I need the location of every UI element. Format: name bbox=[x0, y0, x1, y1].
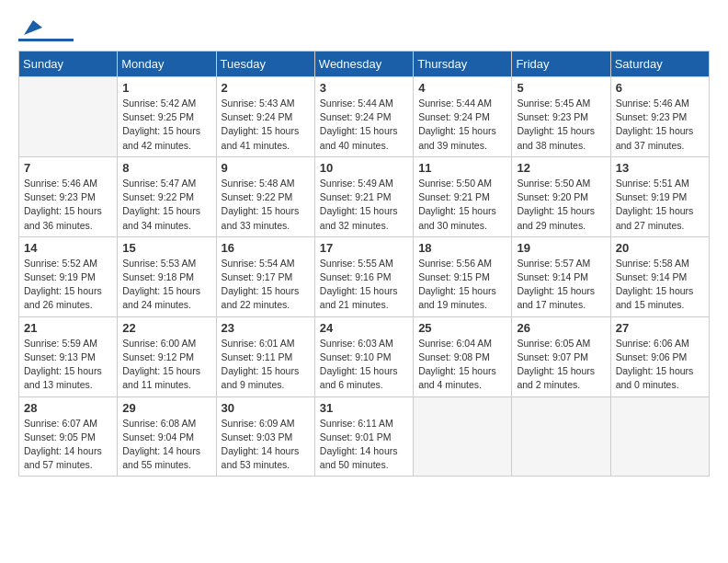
calendar-day-30: 30Sunrise: 6:09 AMSunset: 9:03 PMDayligh… bbox=[216, 396, 314, 477]
weekday-header-monday: Monday bbox=[118, 52, 216, 77]
calendar-day-5: 5Sunrise: 5:45 AMSunset: 9:23 PMDaylight… bbox=[512, 77, 610, 157]
calendar-day-9: 9Sunrise: 5:48 AMSunset: 9:22 PMDaylight… bbox=[216, 156, 314, 236]
day-number: 14 bbox=[24, 241, 112, 255]
day-number: 27 bbox=[616, 321, 704, 335]
day-number: 13 bbox=[616, 161, 704, 175]
weekday-header-wednesday: Wednesday bbox=[314, 52, 413, 77]
calendar-day-19: 19Sunrise: 5:57 AMSunset: 9:14 PMDayligh… bbox=[512, 236, 610, 316]
day-number: 17 bbox=[320, 241, 408, 255]
calendar-week-4: 21Sunrise: 5:59 AMSunset: 9:13 PMDayligh… bbox=[19, 316, 710, 396]
day-info: Sunrise: 5:50 AMSunset: 9:20 PMDaylight:… bbox=[517, 177, 605, 233]
day-number: 21 bbox=[24, 321, 112, 335]
calendar-day-31: 31Sunrise: 6:11 AMSunset: 9:01 PMDayligh… bbox=[314, 396, 413, 477]
day-info: Sunrise: 5:49 AMSunset: 9:21 PMDaylight:… bbox=[320, 177, 408, 233]
day-info: Sunrise: 6:03 AMSunset: 9:10 PMDaylight:… bbox=[320, 337, 408, 393]
day-number: 16 bbox=[222, 241, 310, 255]
calendar-day-15: 15Sunrise: 5:53 AMSunset: 9:18 PMDayligh… bbox=[118, 236, 216, 316]
calendar-day-16: 16Sunrise: 5:54 AMSunset: 9:17 PMDayligh… bbox=[216, 236, 314, 316]
day-number: 12 bbox=[517, 161, 605, 175]
day-info: Sunrise: 5:57 AMSunset: 9:14 PMDaylight:… bbox=[517, 257, 605, 313]
calendar-week-2: 7Sunrise: 5:46 AMSunset: 9:23 PMDaylight… bbox=[19, 156, 710, 236]
day-info: Sunrise: 5:50 AMSunset: 9:21 PMDaylight:… bbox=[418, 177, 506, 233]
calendar-day-6: 6Sunrise: 5:46 AMSunset: 9:23 PMDaylight… bbox=[610, 77, 709, 157]
day-number: 2 bbox=[222, 81, 310, 95]
calendar-day-4: 4Sunrise: 5:44 AMSunset: 9:24 PMDaylight… bbox=[414, 77, 512, 157]
day-info: Sunrise: 6:04 AMSunset: 9:08 PMDaylight:… bbox=[418, 337, 506, 393]
day-info: Sunrise: 5:54 AMSunset: 9:17 PMDaylight:… bbox=[222, 257, 310, 313]
svg-marker-0 bbox=[24, 20, 42, 35]
calendar-empty bbox=[610, 396, 709, 477]
calendar-day-7: 7Sunrise: 5:46 AMSunset: 9:23 PMDaylight… bbox=[19, 156, 118, 236]
calendar-day-21: 21Sunrise: 5:59 AMSunset: 9:13 PMDayligh… bbox=[19, 316, 118, 396]
weekday-header-thursday: Thursday bbox=[414, 52, 512, 77]
day-info: Sunrise: 6:06 AMSunset: 9:06 PMDaylight:… bbox=[616, 337, 704, 393]
calendar-day-12: 12Sunrise: 5:50 AMSunset: 9:20 PMDayligh… bbox=[512, 156, 610, 236]
day-number: 23 bbox=[222, 321, 310, 335]
day-number: 5 bbox=[517, 81, 605, 95]
calendar-day-22: 22Sunrise: 6:00 AMSunset: 9:12 PMDayligh… bbox=[118, 316, 216, 396]
day-info: Sunrise: 5:59 AMSunset: 9:13 PMDaylight:… bbox=[24, 337, 112, 393]
logo-underline bbox=[18, 39, 74, 41]
weekday-header-friday: Friday bbox=[512, 52, 610, 77]
page-header bbox=[18, 18, 710, 41]
weekday-header-sunday: Sunday bbox=[19, 52, 118, 77]
day-info: Sunrise: 6:05 AMSunset: 9:07 PMDaylight:… bbox=[517, 337, 605, 393]
calendar-day-28: 28Sunrise: 6:07 AMSunset: 9:05 PMDayligh… bbox=[19, 396, 118, 477]
day-info: Sunrise: 5:42 AMSunset: 9:25 PMDaylight:… bbox=[122, 97, 210, 153]
calendar-week-5: 28Sunrise: 6:07 AMSunset: 9:05 PMDayligh… bbox=[19, 396, 710, 477]
calendar-week-3: 14Sunrise: 5:52 AMSunset: 9:19 PMDayligh… bbox=[19, 236, 710, 316]
day-info: Sunrise: 6:08 AMSunset: 9:04 PMDaylight:… bbox=[122, 417, 210, 473]
calendar-header-row: SundayMondayTuesdayWednesdayThursdayFrid… bbox=[19, 52, 710, 77]
day-info: Sunrise: 5:48 AMSunset: 9:22 PMDaylight:… bbox=[222, 177, 310, 233]
day-number: 25 bbox=[418, 321, 506, 335]
calendar-day-26: 26Sunrise: 6:05 AMSunset: 9:07 PMDayligh… bbox=[512, 316, 610, 396]
calendar-empty bbox=[414, 396, 512, 477]
day-number: 22 bbox=[122, 321, 210, 335]
calendar-day-25: 25Sunrise: 6:04 AMSunset: 9:08 PMDayligh… bbox=[414, 316, 512, 396]
day-info: Sunrise: 6:01 AMSunset: 9:11 PMDaylight:… bbox=[222, 337, 310, 393]
calendar-day-8: 8Sunrise: 5:47 AMSunset: 9:22 PMDaylight… bbox=[118, 156, 216, 236]
day-info: Sunrise: 6:11 AMSunset: 9:01 PMDaylight:… bbox=[320, 417, 408, 473]
day-number: 10 bbox=[320, 161, 408, 175]
day-info: Sunrise: 6:00 AMSunset: 9:12 PMDaylight:… bbox=[122, 337, 210, 393]
day-number: 26 bbox=[517, 321, 605, 335]
day-info: Sunrise: 5:44 AMSunset: 9:24 PMDaylight:… bbox=[418, 97, 506, 153]
calendar-week-1: 1Sunrise: 5:42 AMSunset: 9:25 PMDaylight… bbox=[19, 77, 710, 157]
day-info: Sunrise: 5:53 AMSunset: 9:18 PMDaylight:… bbox=[122, 257, 210, 313]
day-number: 31 bbox=[320, 401, 408, 415]
day-number: 29 bbox=[122, 401, 210, 415]
calendar-day-1: 1Sunrise: 5:42 AMSunset: 9:25 PMDaylight… bbox=[118, 77, 216, 157]
calendar-day-14: 14Sunrise: 5:52 AMSunset: 9:19 PMDayligh… bbox=[19, 236, 118, 316]
weekday-header-tuesday: Tuesday bbox=[216, 52, 314, 77]
day-info: Sunrise: 5:47 AMSunset: 9:22 PMDaylight:… bbox=[122, 177, 210, 233]
logo bbox=[18, 18, 74, 41]
day-number: 24 bbox=[320, 321, 408, 335]
day-number: 1 bbox=[122, 81, 210, 95]
calendar-day-18: 18Sunrise: 5:56 AMSunset: 9:15 PMDayligh… bbox=[414, 236, 512, 316]
day-info: Sunrise: 5:51 AMSunset: 9:19 PMDaylight:… bbox=[616, 177, 704, 233]
day-number: 20 bbox=[616, 241, 704, 255]
day-info: Sunrise: 5:58 AMSunset: 9:14 PMDaylight:… bbox=[616, 257, 704, 313]
day-info: Sunrise: 5:45 AMSunset: 9:23 PMDaylight:… bbox=[517, 97, 605, 153]
calendar-day-20: 20Sunrise: 5:58 AMSunset: 9:14 PMDayligh… bbox=[610, 236, 709, 316]
calendar-day-24: 24Sunrise: 6:03 AMSunset: 9:10 PMDayligh… bbox=[314, 316, 413, 396]
day-info: Sunrise: 6:09 AMSunset: 9:03 PMDaylight:… bbox=[222, 417, 310, 473]
day-number: 19 bbox=[517, 241, 605, 255]
day-info: Sunrise: 5:43 AMSunset: 9:24 PMDaylight:… bbox=[222, 97, 310, 153]
day-info: Sunrise: 5:55 AMSunset: 9:16 PMDaylight:… bbox=[320, 257, 408, 313]
calendar-empty bbox=[512, 396, 610, 477]
calendar-day-23: 23Sunrise: 6:01 AMSunset: 9:11 PMDayligh… bbox=[216, 316, 314, 396]
calendar-day-17: 17Sunrise: 5:55 AMSunset: 9:16 PMDayligh… bbox=[314, 236, 413, 316]
day-info: Sunrise: 5:44 AMSunset: 9:24 PMDaylight:… bbox=[320, 97, 408, 153]
calendar-day-3: 3Sunrise: 5:44 AMSunset: 9:24 PMDaylight… bbox=[314, 77, 413, 157]
calendar-table: SundayMondayTuesdayWednesdayThursdayFrid… bbox=[18, 51, 710, 477]
weekday-header-saturday: Saturday bbox=[610, 52, 709, 77]
day-number: 11 bbox=[418, 161, 506, 175]
calendar-day-2: 2Sunrise: 5:43 AMSunset: 9:24 PMDaylight… bbox=[216, 77, 314, 157]
calendar-day-29: 29Sunrise: 6:08 AMSunset: 9:04 PMDayligh… bbox=[118, 396, 216, 477]
logo-text-block bbox=[18, 18, 74, 41]
day-number: 30 bbox=[222, 401, 310, 415]
day-info: Sunrise: 5:52 AMSunset: 9:19 PMDaylight:… bbox=[24, 257, 112, 313]
day-info: Sunrise: 5:46 AMSunset: 9:23 PMDaylight:… bbox=[616, 97, 704, 153]
day-number: 7 bbox=[24, 161, 112, 175]
